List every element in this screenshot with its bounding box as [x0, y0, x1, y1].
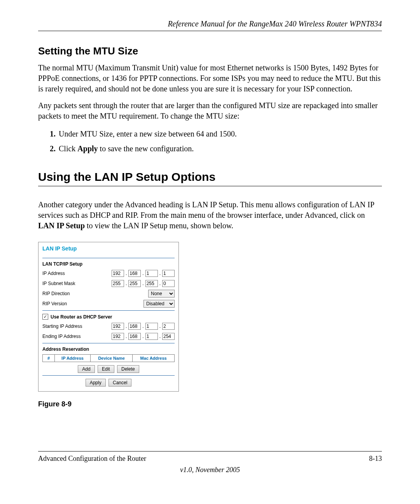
end-octet-4[interactable] [162, 333, 175, 340]
footer: Advanced Configuration of the Router 8-1… [38, 451, 382, 474]
row-dhcp-checkbox: ✓ Use Router as DHCP Server [42, 314, 175, 320]
lan-ip-setup-panel: LAN IP Setup LAN TCP/IP Setup IP Address… [38, 242, 179, 392]
reservation-button-row: Add Edit Delete [42, 365, 175, 373]
section-heading-lan: Using the LAN IP Setup Options [38, 170, 382, 186]
delete-button[interactable]: Delete [117, 365, 139, 373]
footer-left: Advanced Configuration of the Router [38, 455, 146, 463]
start-octet-4[interactable] [162, 323, 175, 330]
divider [42, 343, 175, 343]
ip-octet-2[interactable] [128, 270, 141, 277]
edit-button[interactable]: Edit [98, 365, 114, 373]
mask-octet-2[interactable] [128, 280, 141, 287]
ending-ip-group: . . . [112, 333, 175, 340]
dot-separator: . [125, 334, 127, 339]
footer-right: 8-13 [369, 455, 382, 463]
lan-para-bold: LAN IP Setup [38, 221, 85, 230]
start-octet-3[interactable] [145, 323, 158, 330]
lan-para-pre: Another category under the Advanced head… [38, 200, 374, 219]
mask-octet-3[interactable] [145, 280, 158, 287]
row-rip-version: RIP Version Disabled [42, 299, 175, 308]
step-text-bold: Apply [77, 144, 98, 153]
lan-para-post: to view the LAN IP Setup menu, shown bel… [85, 221, 233, 230]
divider [42, 375, 175, 376]
mask-octet-4[interactable] [162, 280, 175, 287]
subnet-mask-label: IP Subnet Mask [42, 281, 75, 286]
ending-ip-label: Ending IP Address [42, 334, 81, 339]
reservation-table: # IP Address Device Name Mac Address [42, 354, 175, 362]
apply-cancel-row: Apply Cancel [42, 379, 175, 387]
start-octet-1[interactable] [112, 323, 124, 330]
table-header-row: # IP Address Device Name Mac Address [43, 355, 175, 362]
end-octet-1[interactable] [112, 333, 124, 340]
mtu-step-2: 2.Click Apply to save the new configurat… [50, 142, 382, 155]
dot-separator: . [142, 271, 144, 276]
dot-separator: . [159, 281, 161, 286]
tcpip-subhead: LAN TCP/IP Setup [42, 261, 175, 267]
mtu-step-1: 1.Under MTU Size, enter a new size betwe… [50, 128, 382, 140]
reservation-subhead: Address Reservation [42, 346, 175, 352]
header-title: Reference Manual for the RangeMax 240 Wi… [38, 19, 382, 31]
dot-separator: . [142, 324, 144, 329]
ip-address-label: IP Address [42, 271, 65, 276]
row-ending-ip: Ending IP Address . . . [42, 332, 175, 341]
rip-version-label: RIP Version [42, 301, 67, 306]
dot-separator: . [142, 334, 144, 339]
starting-ip-label: Starting IP Address [42, 324, 82, 329]
th-num: # [43, 355, 55, 362]
th-ip: IP Address [55, 355, 91, 362]
mtu-para-2: Any packets sent through the router that… [38, 100, 382, 121]
step-text-post: to save the new configuration. [98, 144, 194, 153]
th-device: Device Name [91, 355, 133, 362]
ip-octet-4[interactable] [162, 270, 175, 277]
apply-button[interactable]: Apply [86, 379, 106, 387]
starting-ip-group: . . . [112, 323, 175, 330]
add-button[interactable]: Add [78, 365, 94, 373]
rip-direction-label: RIP Direction [42, 291, 70, 296]
panel-title: LAN IP Setup [42, 245, 175, 252]
row-subnet-mask: IP Subnet Mask . . . [42, 279, 175, 288]
divider [42, 258, 175, 258]
cancel-button[interactable]: Cancel [108, 379, 131, 387]
start-octet-2[interactable] [128, 323, 141, 330]
rip-direction-select[interactable]: None [148, 290, 175, 298]
dot-separator: . [142, 281, 144, 286]
dot-separator: . [159, 334, 161, 339]
dhcp-checkbox-label: Use Router as DHCP Server [51, 314, 112, 320]
row-ip-address: IP Address . . . [42, 269, 175, 278]
step-number: 2. [50, 144, 56, 153]
figure-caption: Figure 8-9 [38, 400, 382, 408]
mtu-para-1: The normal MTU (Maximum Transmit Unit) v… [38, 63, 382, 94]
row-rip-direction: RIP Direction None [42, 289, 175, 298]
end-octet-2[interactable] [128, 333, 141, 340]
ip-octet-1[interactable] [112, 270, 124, 277]
section-heading-mtu: Setting the MTU Size [38, 45, 382, 57]
mask-octet-1[interactable] [112, 280, 124, 287]
dot-separator: . [159, 271, 161, 276]
lan-para: Another category under the Advanced head… [38, 200, 382, 231]
dot-separator: . [159, 324, 161, 329]
dot-separator: . [125, 281, 127, 286]
subnet-mask-group: . . . [112, 280, 175, 287]
ip-address-group: . . . [112, 270, 175, 277]
mtu-steps: 1.Under MTU Size, enter a new size betwe… [50, 128, 382, 155]
th-mac: Mac Address [133, 355, 175, 362]
end-octet-3[interactable] [145, 333, 158, 340]
step-text: Under MTU Size, enter a new size between… [59, 130, 237, 138]
dot-separator: . [125, 271, 127, 276]
footer-version: v1.0, November 2005 [38, 466, 382, 474]
divider [42, 310, 175, 311]
dhcp-checkbox[interactable]: ✓ [42, 314, 48, 320]
rip-version-select[interactable]: Disabled [144, 300, 175, 308]
dot-separator: . [125, 324, 127, 329]
step-number: 1. [50, 130, 56, 138]
ip-octet-3[interactable] [145, 270, 158, 277]
step-text-pre: Click [59, 144, 77, 153]
row-starting-ip: Starting IP Address . . . [42, 322, 175, 331]
